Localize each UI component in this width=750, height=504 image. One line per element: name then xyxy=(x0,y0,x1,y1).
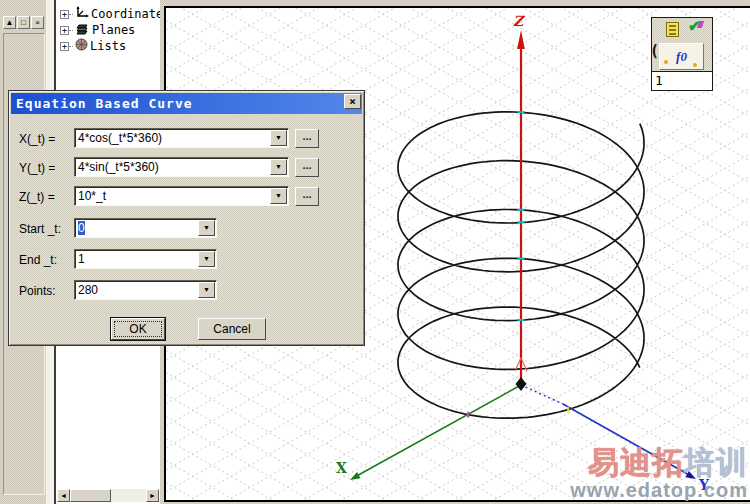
notes-icon[interactable] xyxy=(666,22,679,37)
combo-value[interactable]: 4*sin(_t*5*360) xyxy=(75,160,270,174)
x-axis-arrow xyxy=(350,472,361,480)
combo-field[interactable]: 10*_t▼ xyxy=(74,186,289,206)
ok-button[interactable]: OK xyxy=(111,318,165,340)
x-axis-label: X xyxy=(336,460,347,476)
y-axis xyxy=(563,404,691,476)
rollup-button[interactable]: ▲ xyxy=(3,16,16,29)
bracket-decoration: ( xyxy=(650,44,659,59)
equation-based-curve-dialog: Equation Based Curve × X(_t) =4*cos(_t*5… xyxy=(8,90,365,346)
dropdown-arrow-button[interactable]: ▼ xyxy=(198,282,215,298)
expression-editor-button[interactable]: ... xyxy=(295,129,319,148)
dropdown-arrow-button[interactable]: ▼ xyxy=(198,220,215,236)
field-label: End _t: xyxy=(19,253,57,267)
scroll-track[interactable] xyxy=(111,489,146,502)
expression-editor-button[interactable]: ... xyxy=(295,187,319,206)
scroll-right-button[interactable]: ► xyxy=(146,489,159,502)
function-icon[interactable]: f0 xyxy=(659,43,704,70)
selected-text: 0 xyxy=(78,221,85,235)
page-number-box[interactable]: 1 xyxy=(651,71,713,91)
function-label: f0 xyxy=(676,49,687,64)
vertex-dot xyxy=(664,60,668,64)
y-axis-label: Y xyxy=(698,477,710,493)
check-icon[interactable]: ✔ xyxy=(688,17,701,35)
combo-field[interactable]: 4*cos(_t*5*360)▼ xyxy=(74,128,289,148)
field-label: Points: xyxy=(19,284,56,298)
expand-plus-icon[interactable]: + xyxy=(60,26,69,35)
tree-item-coordinate[interactable]: +Coordinate xyxy=(60,6,160,22)
combo-field[interactable]: 0▼ xyxy=(74,218,217,238)
application-window: ▲ □ × +Coordinate+Planes+Lists ◄ ► ZXY 易… xyxy=(0,0,750,504)
tree-horizontal-scrollbar[interactable]: ◄ ► xyxy=(57,489,159,502)
tree-connector xyxy=(69,13,73,15)
expression-editor-button[interactable]: ... xyxy=(295,158,319,177)
tree-item-label: Lists xyxy=(90,39,126,53)
field-label: Y(_t) = xyxy=(19,161,55,175)
close-window-button[interactable]: × xyxy=(31,16,44,29)
combo-value[interactable]: 10*_t xyxy=(75,189,270,203)
dropdown-arrow-button[interactable]: ▼ xyxy=(270,130,287,146)
origin-marker xyxy=(516,377,527,391)
restore-button[interactable]: □ xyxy=(17,16,30,29)
tree-connector xyxy=(69,45,73,47)
dropdown-arrow-button[interactable]: ▼ xyxy=(270,188,287,204)
dropdown-arrow-button[interactable]: ▼ xyxy=(270,159,287,175)
close-icon: × xyxy=(35,18,40,27)
field-label: Z(_t) = xyxy=(19,190,55,204)
tree-item-label: Coordinate xyxy=(91,7,160,21)
combo-field[interactable]: 1▼ xyxy=(74,249,217,269)
page-number: 1 xyxy=(655,73,663,88)
scroll-left-button[interactable]: ◄ xyxy=(57,489,70,502)
tree-item-label: Planes xyxy=(92,23,135,37)
mdi-window-controls: ▲ □ × xyxy=(3,16,44,29)
z-axis-arrow xyxy=(517,30,525,49)
expand-plus-icon[interactable]: + xyxy=(60,10,69,19)
combo-field[interactable]: 280▼ xyxy=(74,280,217,300)
dialog-title-text: Equation Based Curve xyxy=(16,96,193,111)
axes-icon xyxy=(75,6,89,22)
tree-item-lists[interactable]: +Lists xyxy=(60,38,160,54)
restore-icon: □ xyxy=(21,18,26,27)
dropdown-arrow-button[interactable]: ▼ xyxy=(198,251,215,267)
combo-value[interactable]: 4*cos(_t*5*360) xyxy=(75,131,270,145)
tree-connector xyxy=(69,29,73,31)
field-label: Start _t: xyxy=(19,222,61,236)
focus-rectangle xyxy=(114,321,162,337)
planes-icon xyxy=(75,23,90,38)
vertex-dot xyxy=(693,63,697,67)
sphere-icon xyxy=(75,38,88,54)
cancel-button-label: Cancel xyxy=(213,322,250,336)
field-label: X(_t) = xyxy=(19,132,55,146)
combo-value[interactable]: 0 xyxy=(75,221,198,235)
dialog-close-button[interactable]: × xyxy=(344,94,361,109)
expand-plus-icon[interactable]: + xyxy=(60,42,69,51)
combo-value[interactable]: 1 xyxy=(75,252,198,266)
z-axis-label: Z xyxy=(513,13,526,29)
scroll-thumb[interactable] xyxy=(70,489,111,502)
combo-field[interactable]: 4*sin(_t*5*360)▼ xyxy=(74,157,289,177)
cancel-button[interactable]: Cancel xyxy=(198,318,266,340)
tree-item-planes[interactable]: +Planes xyxy=(60,22,160,38)
combo-value[interactable]: 280 xyxy=(75,283,198,297)
rollup-icon: ▲ xyxy=(6,18,14,27)
view-overlay-panel: ✔ ( f0 1 xyxy=(651,17,713,90)
dialog-titlebar[interactable]: Equation Based Curve xyxy=(11,93,362,114)
